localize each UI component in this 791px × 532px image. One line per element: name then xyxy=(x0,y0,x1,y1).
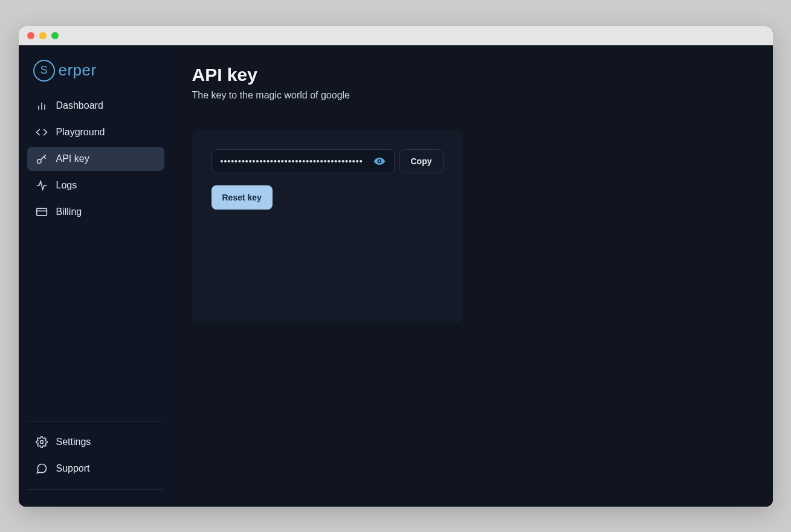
brand-logo[interactable]: S erper xyxy=(27,56,164,94)
svg-line-5 xyxy=(44,156,45,158)
svg-rect-6 xyxy=(36,208,47,216)
sidebar-item-label: Dashboard xyxy=(56,100,103,111)
sidebar-item-logs[interactable]: Logs xyxy=(27,173,164,197)
app-window: S erper Dashboard Playground API key xyxy=(19,26,773,507)
logo-mark-icon: S xyxy=(33,60,55,82)
reset-key-button[interactable]: Reset key xyxy=(211,185,273,210)
gear-icon xyxy=(36,436,48,448)
sidebar-item-label: API key xyxy=(56,153,89,164)
window-close-button[interactable] xyxy=(27,32,34,39)
eye-icon xyxy=(373,155,386,167)
key-icon xyxy=(36,153,48,165)
sidebar-divider xyxy=(27,489,164,490)
sidebar-item-support[interactable]: Support xyxy=(27,457,164,481)
sidebar-divider xyxy=(27,421,164,421)
svg-point-8 xyxy=(40,440,43,443)
sidebar-item-label: Billing xyxy=(56,207,82,217)
sidebar-item-api-key[interactable]: API key xyxy=(27,147,164,171)
primary-nav: Dashboard Playground API key Logs Billin… xyxy=(27,94,164,224)
sidebar: S erper Dashboard Playground API key xyxy=(19,45,173,507)
sidebar-item-label: Settings xyxy=(56,437,91,447)
sidebar-item-label: Playground xyxy=(56,127,105,138)
bar-chart-icon xyxy=(36,100,48,112)
svg-line-4 xyxy=(40,155,45,159)
message-icon xyxy=(36,463,48,475)
api-key-row: ••••••••••••••••••••••••••••••••••••••••… xyxy=(211,149,444,173)
window-maximize-button[interactable] xyxy=(51,32,59,39)
sidebar-item-billing[interactable]: Billing xyxy=(27,200,164,224)
page-subtitle: The key to the magic world of google xyxy=(192,90,754,101)
sidebar-item-label: Logs xyxy=(56,180,77,191)
activity-icon xyxy=(36,179,48,191)
window-minimize-button[interactable] xyxy=(39,32,47,39)
api-key-card: ••••••••••••••••••••••••••••••••••••••••… xyxy=(192,130,463,323)
svg-point-3 xyxy=(37,159,41,163)
page-title: API key xyxy=(192,65,754,85)
window-titlebar xyxy=(19,26,773,45)
copy-key-button[interactable]: Copy xyxy=(399,149,444,173)
secondary-nav: Settings Support xyxy=(27,430,164,481)
sidebar-item-dashboard[interactable]: Dashboard xyxy=(27,94,164,118)
sidebar-item-settings[interactable]: Settings xyxy=(27,430,164,454)
api-key-field: •••••••••••••••••••••••••••••••••••••••• xyxy=(211,149,395,173)
reveal-key-button[interactable] xyxy=(371,153,388,170)
logo-text: erper xyxy=(59,61,97,80)
app-content: S erper Dashboard Playground API key xyxy=(19,45,773,507)
sidebar-item-label: Support xyxy=(56,463,90,474)
code-icon xyxy=(36,126,48,138)
credit-card-icon xyxy=(36,206,48,218)
main-content: API key The key to the magic world of go… xyxy=(173,45,773,507)
api-key-masked-value: •••••••••••••••••••••••••••••••••••••••• xyxy=(221,156,371,166)
sidebar-item-playground[interactable]: Playground xyxy=(27,120,164,144)
